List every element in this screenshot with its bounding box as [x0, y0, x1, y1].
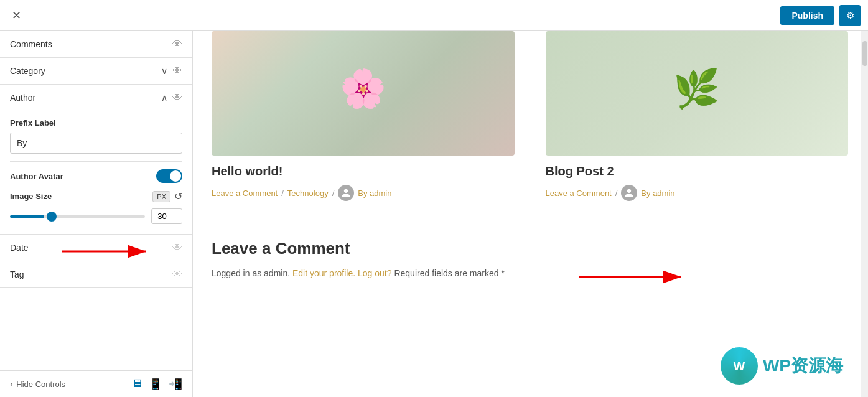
author-visibility-icon[interactable]: 👁 — [172, 92, 182, 103]
comment-section: Leave a Comment Logged in as admin. Edit… — [193, 220, 861, 297]
author-avatar-2 — [621, 185, 637, 201]
tablet-icon[interactable]: 📱 — [149, 377, 162, 391]
comment-logged-in-text: Logged in as admin. Edit your profile. L… — [212, 268, 842, 278]
image-size-slider[interactable] — [10, 215, 145, 218]
wp-logo: W — [721, 347, 758, 385]
author-expanded-panel: Prefix Label Author Avatar Image Size PX — [0, 111, 192, 234]
author-label: Author — [10, 93, 35, 103]
prefix-label-input[interactable] — [10, 133, 182, 154]
post-title-1: Hello world! — [212, 164, 515, 179]
content-area: Hello world! Leave a Comment / Technolog… — [193, 31, 861, 397]
settings-button[interactable]: ⚙ — [839, 5, 861, 26]
required-notice: Required fields are marked * — [394, 268, 504, 278]
watermark-text: WP资源海 — [763, 354, 843, 378]
hide-controls-label: Hide Controls — [16, 380, 65, 389]
author-avatar-1 — [338, 185, 354, 201]
mobile-icon[interactable]: 📲 — [169, 377, 182, 391]
post-card-2: Blog Post 2 Leave a Comment / By admin — [527, 31, 861, 220]
slider-row: 30 — [10, 208, 182, 224]
author-chevron-icon: ∧ — [161, 93, 167, 103]
reset-button[interactable]: ↺ — [174, 190, 182, 202]
image-size-label: Image Size — [10, 192, 52, 201]
post-author-2: By admin — [641, 189, 674, 198]
logged-in-prefix: Logged in as admin. — [212, 268, 290, 278]
sidebar-item-category[interactable]: Category ∨ 👁 — [0, 58, 192, 84]
post-meta-2: Leave a Comment / By admin — [546, 185, 849, 201]
date-visibility-icon[interactable]: 👁 — [172, 242, 182, 253]
sidebar-item-tag[interactable]: Tag 👁 — [0, 261, 192, 287]
bottom-bar: ‹ Hide Controls 🖥 📱 📲 — [0, 370, 192, 397]
comments-label: Comments — [10, 39, 52, 49]
post-sep-1a: / — [281, 189, 284, 198]
author-avatar-row: Author Avatar — [10, 169, 182, 183]
post-author-1: By admin — [358, 189, 391, 198]
post-card-1: Hello world! Leave a Comment / Technolog… — [193, 31, 527, 220]
tag-visibility-icon[interactable]: 👁 — [172, 269, 182, 280]
tag-label: Tag — [10, 269, 24, 279]
logout-link[interactable]: Log out? — [358, 268, 392, 278]
post-sep-1b: / — [332, 189, 335, 198]
desktop-icon[interactable]: 🖥 — [131, 377, 142, 391]
divider-1 — [10, 161, 182, 162]
hide-controls-chevron: ‹ — [10, 380, 12, 389]
date-label: Date — [10, 243, 29, 253]
scroll-thumb — [862, 41, 867, 66]
hide-controls-button[interactable]: ‹ Hide Controls — [10, 380, 65, 389]
close-button[interactable]: ✕ — [7, 7, 25, 24]
comments-visibility-icon[interactable]: 👁 — [172, 39, 182, 50]
edit-profile-link[interactable]: Edit your profile. — [292, 268, 355, 278]
post-image-1 — [212, 31, 515, 156]
publish-button[interactable]: Publish — [780, 6, 834, 25]
comment-section-title: Leave a Comment — [212, 239, 842, 258]
author-avatar-label: Author Avatar — [10, 172, 63, 181]
post-meta-1: Leave a Comment / Technology / By admin — [212, 185, 515, 201]
author-avatar-toggle[interactable] — [156, 169, 182, 183]
watermark: W WP资源海 — [721, 347, 843, 385]
sidebar: Comments 👁 Category ∨ 👁 — [0, 31, 193, 397]
top-bar: ✕ Publish ⚙ — [0, 0, 868, 31]
prefix-label-heading: Prefix Label — [10, 118, 182, 128]
post-category-link-1[interactable]: Technology — [287, 189, 329, 198]
sidebar-item-author[interactable]: Author ∧ 👁 — [0, 85, 192, 111]
sidebar-item-date[interactable]: Date 👁 — [0, 235, 192, 261]
post-comment-link-1[interactable]: Leave a Comment — [212, 189, 278, 198]
post-image-2 — [546, 31, 849, 156]
image-size-row: Image Size PX ↺ — [10, 190, 182, 202]
sidebar-item-comments[interactable]: Comments 👁 — [0, 31, 192, 57]
px-button[interactable]: PX — [152, 191, 170, 202]
scrollbar[interactable] — [861, 31, 868, 397]
post-comment-link-2[interactable]: Leave a Comment — [546, 189, 612, 198]
post-sep-2a: / — [615, 189, 618, 198]
category-visibility-icon[interactable]: 👁 — [172, 65, 182, 77]
image-size-value-input[interactable]: 30 — [151, 208, 182, 224]
post-title-2: Blog Post 2 — [546, 164, 849, 179]
category-chevron-icon: ∨ — [161, 66, 167, 76]
category-label: Category — [10, 66, 45, 76]
